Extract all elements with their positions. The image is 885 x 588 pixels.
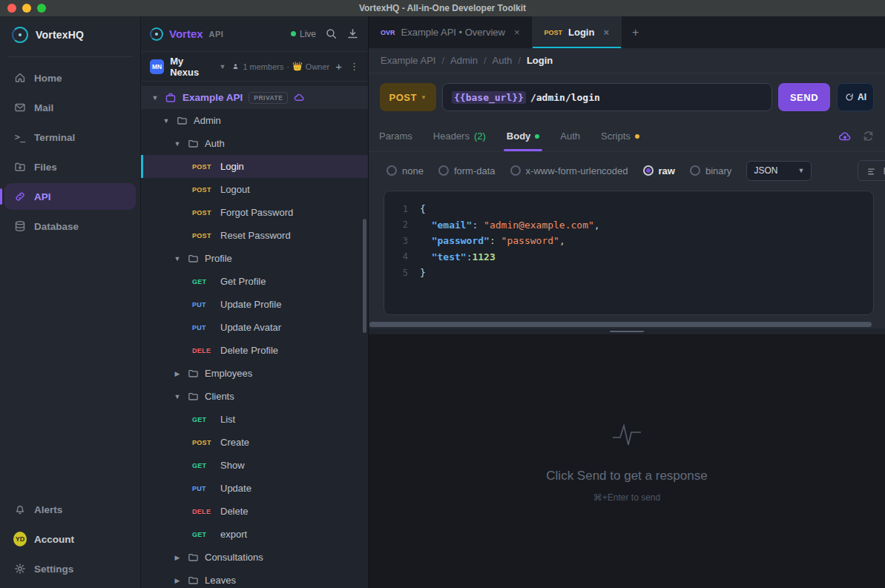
request-tab-label: Headers bbox=[433, 131, 470, 142]
body-mode-binary[interactable]: binary bbox=[690, 165, 731, 176]
tree-request-delete-profile[interactable]: DELE Delete Profile bbox=[141, 339, 368, 362]
workspace-row: MN My Nexus ▼ 1 members · 👑 Owner + ⋮ bbox=[141, 52, 368, 82]
caret-right-icon[interactable]: ▶ bbox=[174, 554, 181, 561]
request-tab-body[interactable]: Body bbox=[507, 121, 540, 151]
sidebar-item-api[interactable]: API bbox=[4, 183, 136, 210]
doc-tab-login[interactable]: POST Login × bbox=[533, 16, 622, 48]
sidebar-item-account[interactable]: YD Account bbox=[4, 526, 136, 552]
method-dropdown[interactable]: POST ▼ bbox=[380, 83, 436, 111]
caret-right-icon[interactable]: ▶ bbox=[174, 370, 181, 377]
tree-folder-admin[interactable]: ▼ Admin bbox=[141, 109, 368, 132]
tree-request-update-avatar[interactable]: PUT Update Avatar bbox=[141, 316, 368, 339]
refresh-icon[interactable] bbox=[862, 130, 875, 142]
breadcrumb-item-admin[interactable]: Admin bbox=[450, 55, 478, 66]
tree-folder-clients[interactable]: ▼ Clients bbox=[141, 385, 368, 408]
request-tab-headers[interactable]: Headers (2) bbox=[433, 121, 486, 151]
tree-request-delete[interactable]: DELE Delete bbox=[141, 500, 368, 523]
tree-collection-example-api[interactable]: ▼ Example API PRIVATE bbox=[141, 86, 368, 109]
tree-request-show[interactable]: GET Show bbox=[141, 454, 368, 477]
breadcrumb-item-example-api[interactable]: Example API bbox=[381, 55, 435, 66]
body-mode-none[interactable]: none bbox=[386, 165, 424, 176]
editor-hscrollbar-thumb[interactable] bbox=[369, 322, 872, 327]
tree-request-update[interactable]: PUT Update bbox=[141, 477, 368, 500]
folder-label: Auth bbox=[205, 138, 225, 149]
app-sidebar: VortexHQ Home Mail >_ Terminal Files API… bbox=[0, 16, 141, 588]
sidebar-item-terminal[interactable]: >_ Terminal bbox=[4, 124, 136, 151]
sidebar-item-label: Terminal bbox=[34, 132, 75, 143]
breadcrumb-item-auth[interactable]: Auth bbox=[493, 55, 513, 66]
request-label: Update bbox=[220, 483, 251, 494]
line-number: 2 bbox=[384, 219, 420, 230]
sidebar-item-home[interactable]: Home bbox=[4, 65, 136, 91]
sidebar-item-mail[interactable]: Mail bbox=[4, 94, 136, 121]
cloud-save-icon[interactable] bbox=[838, 130, 852, 143]
owner-crown-icon: 👑 bbox=[292, 62, 303, 71]
tree-request-reset-password[interactable]: POST Reset Password bbox=[141, 224, 368, 247]
response-panel: Click Send to get a response ⌘+Enter to … bbox=[369, 334, 885, 588]
url-path: /admin/login bbox=[530, 92, 600, 103]
breadcrumb-item-login[interactable]: Login bbox=[527, 55, 553, 66]
home-icon bbox=[13, 71, 27, 85]
request-tab-label: Body bbox=[507, 131, 531, 142]
content-type-select[interactable]: JSON ▼ bbox=[746, 161, 812, 181]
body-mode-form-data[interactable]: form-data bbox=[438, 165, 496, 176]
sidebar-item-database[interactable]: Database bbox=[4, 213, 136, 240]
new-tab-button[interactable]: + bbox=[622, 16, 649, 48]
close-tab-icon[interactable]: × bbox=[514, 27, 520, 38]
response-placeholder-message: Click Send to get a response bbox=[546, 469, 707, 483]
tree-folder-profile[interactable]: ▼ Profile bbox=[141, 247, 368, 270]
beautify-button[interactable]: Beautify bbox=[858, 160, 885, 181]
user-avatar: YD bbox=[13, 532, 27, 546]
import-download-icon[interactable] bbox=[346, 27, 359, 40]
caret-right-icon[interactable]: ▶ bbox=[174, 577, 181, 584]
search-icon[interactable] bbox=[325, 27, 338, 40]
send-button[interactable]: SEND bbox=[778, 83, 830, 111]
doc-tab-example-api-overview[interactable]: OVR Example API • Overview × bbox=[369, 16, 533, 48]
tree-request-login[interactable]: POST Login bbox=[141, 155, 368, 178]
tree-folder-employees[interactable]: ▶ Employees bbox=[141, 362, 368, 385]
workspace-chevron-down-icon[interactable]: ▼ bbox=[219, 63, 226, 70]
tree-request-get-profile[interactable]: GET Get Profile bbox=[141, 270, 368, 293]
request-label: Delete Profile bbox=[220, 345, 278, 356]
tree-request-forgot-password[interactable]: POST Forgot Password bbox=[141, 201, 368, 224]
tree-folder-auth[interactable]: ▼ Auth bbox=[141, 132, 368, 155]
request-label: Reset Password bbox=[220, 230, 291, 241]
folder-label: Employees bbox=[205, 368, 252, 379]
body-mode-label: binary bbox=[705, 165, 731, 176]
json-body-editor[interactable]: 1 { 2 "email": "admin@example.com", 3 "p… bbox=[384, 191, 874, 315]
caret-down-icon[interactable]: ▼ bbox=[174, 393, 181, 400]
ai-button[interactable]: AI bbox=[837, 83, 874, 111]
workspace-menu-icon[interactable]: ⋮ bbox=[349, 61, 359, 72]
tree-request-create[interactable]: POST Create bbox=[141, 431, 368, 454]
caret-down-icon[interactable]: ▼ bbox=[162, 117, 170, 125]
tree-request-list[interactable]: GET List bbox=[141, 408, 368, 431]
request-tab-scripts[interactable]: Scripts bbox=[601, 121, 639, 151]
sidebar-item-settings[interactable]: Settings bbox=[4, 555, 136, 582]
tree-folder-leaves[interactable]: ▶ Leaves bbox=[141, 569, 368, 588]
body-mode-label: form-data bbox=[454, 165, 496, 176]
radio-icon bbox=[510, 165, 521, 176]
explorer-title-suffix: API bbox=[209, 30, 224, 39]
body-mode-raw[interactable]: raw bbox=[643, 165, 675, 176]
url-input[interactable]: {{base_url}} /admin/login bbox=[442, 83, 772, 111]
sidebar-item-alerts[interactable]: Alerts bbox=[4, 496, 136, 523]
panel-splitter[interactable] bbox=[369, 328, 885, 334]
request-tab-auth[interactable]: Auth bbox=[560, 121, 580, 151]
briefcase-icon bbox=[165, 92, 177, 104]
tree-folder-consultations[interactable]: ▶ Consultations bbox=[141, 546, 368, 569]
radio-icon bbox=[386, 165, 397, 176]
request-tab-params[interactable]: Params bbox=[379, 121, 412, 151]
tree-request-logout[interactable]: POST Logout bbox=[141, 178, 368, 201]
sidebar-item-files[interactable]: Files bbox=[4, 153, 136, 180]
tree-request-export[interactable]: GET export bbox=[141, 523, 368, 546]
caret-down-icon[interactable]: ▼ bbox=[174, 255, 181, 262]
terminal-icon: >_ bbox=[13, 131, 27, 144]
caret-down-icon[interactable]: ▼ bbox=[174, 140, 181, 148]
tree-scrollbar[interactable] bbox=[363, 219, 366, 333]
body-mode-x-www-form-urlencoded[interactable]: x-www-form-urlencoded bbox=[510, 165, 628, 176]
add-collection-button[interactable]: + bbox=[335, 60, 342, 73]
tree-request-update-profile[interactable]: PUT Update Profile bbox=[141, 293, 368, 316]
close-tab-icon[interactable]: × bbox=[603, 27, 609, 38]
request-label: Update Profile bbox=[220, 299, 281, 310]
caret-down-icon[interactable]: ▼ bbox=[151, 94, 159, 102]
